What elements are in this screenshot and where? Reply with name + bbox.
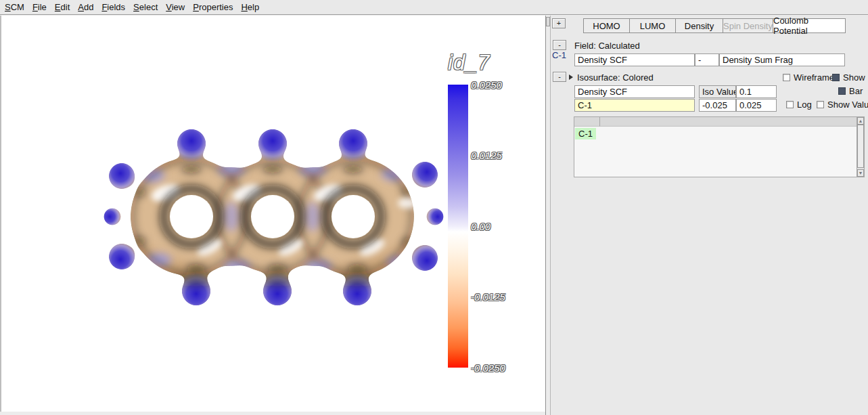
show-value-checkbox-box[interactable] [817, 101, 824, 108]
isosurface-field-select[interactable]: Density SCF [574, 85, 695, 98]
wireframe-checkbox-box[interactable] [783, 74, 790, 81]
wireframe-checkbox[interactable]: Wireframe [783, 72, 834, 83]
colorbar-tick-high: 0.0125 [471, 150, 532, 161]
add-field-button[interactable]: + [552, 18, 566, 28]
tab-lumo[interactable]: LUMO [629, 18, 675, 33]
collapse-isosurface-section-button[interactable]: - [553, 72, 566, 82]
show-checkbox-label: Show [843, 72, 865, 83]
show-value-checkbox-label: Show Value [827, 100, 868, 110]
molecule-viewport[interactable]: id_7 0.0250 0.0125 0.00 -0.0125 -0.0250 [0, 16, 545, 412]
scroll-down-icon[interactable]: ▼ [857, 169, 864, 177]
log-checkbox-box[interactable] [786, 101, 794, 108]
field-operator-select[interactable]: - [695, 53, 719, 66]
colorbar-tick-low: -0.0125 [471, 291, 532, 303]
colorbar-title: id_7 [448, 51, 490, 75]
field-section-title: Field: Calculated [574, 41, 640, 51]
wireframe-checkbox-label: Wireframe [794, 72, 834, 83]
menu-add[interactable]: Add [78, 2, 93, 12]
table-row[interactable]: C-1 [575, 128, 596, 139]
log-checkbox-label: Log [797, 100, 812, 110]
tab-spin-density: Spin Density [723, 18, 773, 33]
table-header-col2 [600, 117, 856, 127]
field-selection-table[interactable]: C-1 ▲ ▼ [574, 116, 865, 177]
menu-fields[interactable]: Fields [101, 2, 125, 12]
menu-scm[interactable]: SCM [5, 2, 24, 12]
field-item-id-label: C-1 [552, 50, 566, 60]
table-header-col1 [574, 117, 600, 127]
panel-scrollbar-thumb[interactable] [546, 17, 550, 26]
menu-file[interactable]: File [32, 2, 47, 12]
table-row-label[interactable]: C-1 [575, 128, 596, 139]
menu-view[interactable]: View [166, 2, 185, 12]
colorbar-tick-zero: 0.00 [471, 221, 532, 232]
collapse-field-section-button[interactable]: - [553, 40, 566, 50]
tab-coulomb-potential[interactable]: Coulomb Potential [773, 18, 846, 33]
colorbar-tick-max: 0.0250 [471, 79, 532, 91]
log-checkbox[interactable]: Log [786, 100, 812, 110]
field-b-select[interactable]: Density Sum Frag [719, 53, 845, 66]
menu-properties[interactable]: Properties [193, 2, 233, 12]
menu-edit[interactable]: Edit [55, 2, 70, 12]
molecule-isosurface [101, 110, 447, 320]
isosurface-section-title: Isosurface: Colored [577, 72, 654, 83]
colorbar-tick-min: -0.0250 [471, 362, 532, 374]
panel-scrollbar[interactable] [546, 16, 551, 415]
bar-checkbox-box[interactable] [838, 87, 846, 95]
menu-help[interactable]: Help [241, 2, 259, 12]
field-type-tabs: HOMO LUMO Density Spin Density Coulomb P… [583, 18, 846, 33]
field-a-select[interactable]: Density SCF [574, 53, 695, 66]
menu-select[interactable]: Select [133, 2, 158, 12]
table-scrollbar-thumb[interactable] [857, 125, 864, 168]
show-checkbox[interactable]: Show [832, 72, 865, 83]
bar-checkbox[interactable]: Bar [838, 86, 863, 96]
range-min-input[interactable]: -0.025 [699, 99, 736, 112]
range-max-input[interactable]: 0.025 [736, 99, 777, 112]
bar-checkbox-label: Bar [849, 86, 863, 96]
show-checkbox-box[interactable] [832, 74, 840, 81]
fields-control-panel: + HOMO LUMO Density Spin Density Coulomb… [546, 16, 868, 415]
show-value-checkbox[interactable]: Show Value [817, 100, 868, 110]
colorbar-gradient [448, 85, 468, 368]
tab-homo[interactable]: HOMO [583, 18, 629, 33]
color-expression-input[interactable]: C-1 [574, 99, 695, 112]
table-scrollbar[interactable]: ▲ ▼ [856, 117, 864, 177]
iso-value-label: Iso Value [699, 85, 736, 98]
expander-arrow-icon[interactable] [569, 74, 573, 80]
iso-value-input[interactable]: 0.1 [736, 85, 777, 98]
scroll-up-icon[interactable]: ▲ [857, 117, 864, 125]
tab-density[interactable]: Density [675, 18, 723, 33]
menu-bar: SCM File Edit Add Fields Select View Pro… [0, 0, 868, 15]
